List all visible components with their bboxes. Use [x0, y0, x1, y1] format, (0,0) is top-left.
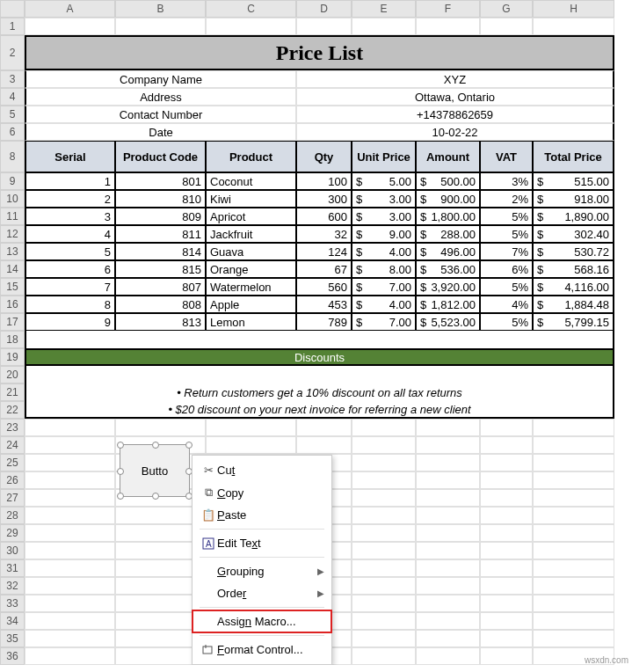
table-cell[interactable]: Apricot	[206, 208, 296, 225]
cell[interactable]	[352, 595, 416, 612]
row-header[interactable]: 9	[0, 172, 25, 190]
cell[interactable]	[480, 524, 533, 542]
cell[interactable]	[25, 595, 115, 612]
table-cell[interactable]: 124	[296, 243, 352, 260]
table-cell[interactable]: $3.00	[352, 190, 416, 208]
row-header[interactable]: 36	[0, 647, 25, 665]
cell[interactable]	[533, 454, 614, 471]
cell[interactable]	[25, 577, 115, 595]
table-cell[interactable]: 789	[296, 313, 352, 331]
table-cell[interactable]: Apple	[206, 296, 296, 313]
table-cell[interactable]: Coconut	[206, 172, 296, 190]
cell[interactable]	[480, 489, 533, 507]
cell[interactable]	[206, 436, 296, 454]
table-cell[interactable]: 4	[25, 225, 115, 243]
cell[interactable]	[480, 559, 533, 577]
row-header[interactable]: 17	[0, 313, 25, 331]
cell[interactable]	[352, 630, 416, 647]
table-cell[interactable]: 807	[115, 278, 206, 296]
table-cell[interactable]: $900.00	[416, 190, 480, 208]
cell[interactable]	[533, 612, 614, 630]
cell[interactable]	[416, 630, 480, 647]
cell[interactable]	[533, 630, 614, 647]
row-header[interactable]: 11	[0, 208, 25, 225]
cell[interactable]	[416, 419, 480, 436]
table-cell[interactable]: $288.00	[416, 225, 480, 243]
row-header[interactable]: 35	[0, 630, 25, 647]
table-cell[interactable]: 4%	[480, 296, 533, 313]
table-cell[interactable]: 2%	[480, 190, 533, 208]
col-header[interactable]: B	[115, 0, 206, 18]
cell[interactable]	[115, 18, 206, 35]
cell[interactable]	[296, 436, 352, 454]
table-cell[interactable]: 5%	[480, 208, 533, 225]
select-all[interactable]	[0, 0, 25, 18]
row-header[interactable]: 23	[0, 419, 25, 436]
cell[interactable]	[352, 507, 416, 524]
row-header[interactable]: 21	[0, 383, 25, 401]
table-cell[interactable]: Jackfruit	[206, 225, 296, 243]
cell[interactable]	[352, 419, 416, 436]
table-cell[interactable]: 811	[115, 225, 206, 243]
table-cell[interactable]: 815	[115, 260, 206, 278]
row-header[interactable]: 19	[0, 348, 25, 366]
cell[interactable]	[25, 419, 115, 436]
row-header[interactable]: 14	[0, 260, 25, 278]
cell[interactable]	[480, 507, 533, 524]
table-cell[interactable]: 808	[115, 296, 206, 313]
table-cell[interactable]: $7.00	[352, 313, 416, 331]
table-cell[interactable]: $4.00	[352, 296, 416, 313]
row-header[interactable]: 4	[0, 88, 25, 106]
row-header[interactable]: 24	[0, 436, 25, 454]
row-header[interactable]: 27	[0, 489, 25, 507]
row-header[interactable]: 31	[0, 559, 25, 577]
row-header[interactable]: 3	[0, 70, 25, 88]
cell[interactable]	[25, 454, 115, 471]
col-header[interactable]: H	[533, 0, 614, 18]
cell[interactable]	[115, 419, 206, 436]
table-cell[interactable]: $500.00	[416, 172, 480, 190]
table-cell[interactable]: 100	[296, 172, 352, 190]
row-header[interactable]: 28	[0, 507, 25, 524]
row-header[interactable]: 5	[0, 106, 25, 123]
cell[interactable]	[206, 419, 296, 436]
table-cell[interactable]: $8.00	[352, 260, 416, 278]
cell[interactable]	[480, 577, 533, 595]
table-cell[interactable]: $5,523.00	[416, 313, 480, 331]
cell[interactable]	[352, 542, 416, 559]
table-cell[interactable]: 1	[25, 172, 115, 190]
cell[interactable]	[416, 454, 480, 471]
cell[interactable]	[416, 524, 480, 542]
row-header[interactable]: 20	[0, 366, 25, 383]
table-cell[interactable]: $3.00	[352, 208, 416, 225]
col-header[interactable]: E	[352, 0, 416, 18]
cell[interactable]	[533, 559, 614, 577]
cell[interactable]	[352, 436, 416, 454]
table-cell[interactable]: 3	[25, 208, 115, 225]
table-cell[interactable]: 32	[296, 225, 352, 243]
table-cell[interactable]: Guava	[206, 243, 296, 260]
cell[interactable]	[533, 577, 614, 595]
row-header[interactable]: 18	[0, 331, 25, 348]
row-header[interactable]: 29	[0, 524, 25, 542]
table-cell[interactable]: $918.00	[533, 190, 614, 208]
table-cell[interactable]: 5	[25, 243, 115, 260]
table-cell[interactable]: $568.16	[533, 260, 614, 278]
cell[interactable]	[416, 577, 480, 595]
row-header[interactable]: 22	[0, 401, 25, 419]
ctx-format-control[interactable]: Format Control...	[193, 639, 331, 661]
cell[interactable]	[533, 595, 614, 612]
cell[interactable]	[480, 612, 533, 630]
table-cell[interactable]: 8	[25, 296, 115, 313]
table-cell[interactable]: 2	[25, 190, 115, 208]
cell[interactable]	[480, 419, 533, 436]
cell[interactable]	[352, 612, 416, 630]
row-header[interactable]: 12	[0, 225, 25, 243]
cell[interactable]	[533, 524, 614, 542]
cell[interactable]	[533, 471, 614, 489]
table-cell[interactable]: 813	[115, 313, 206, 331]
row-header[interactable]: 16	[0, 296, 25, 313]
cell[interactable]	[352, 489, 416, 507]
cell[interactable]	[25, 18, 115, 35]
table-cell[interactable]: $536.00	[416, 260, 480, 278]
